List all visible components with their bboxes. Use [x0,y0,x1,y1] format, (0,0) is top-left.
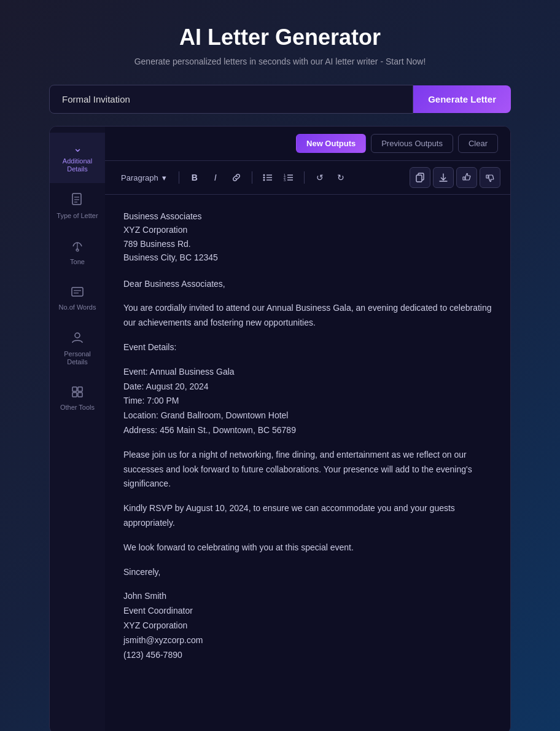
sidebar-item-other-tools[interactable]: Other Tools [50,376,105,421]
thumbs-up-button[interactable] [456,167,477,188]
event-address: Address: 456 Main St., Downtown, BC 5678… [123,423,492,438]
address-line4: Business City, BC 12345 [123,251,492,264]
address-block: Business Associates XYZ Corporation 789 … [123,209,492,265]
svg-text:3.: 3. [284,178,286,182]
tab-bar: New Outputs Previous Outputs Clear [105,127,510,161]
tab-new-outputs[interactable]: New Outputs [296,134,366,153]
sender-email: jsmith@xyzcorp.com [123,633,492,648]
words-icon [71,286,84,300]
address-line1: Business Associates [123,209,492,223]
svg-point-16 [263,177,265,179]
toolbar-divider [179,171,179,184]
svg-point-14 [263,174,265,176]
link-button[interactable] [227,168,246,187]
file-icon [71,193,84,208]
editor-toolbar: Paragraph ▾ B I [105,161,510,195]
sender-phone: (123) 456-7890 [123,648,492,663]
sidebar-item-tone[interactable]: Tone [50,230,105,276]
svg-rect-27 [416,175,422,182]
svg-rect-30 [463,177,465,180]
svg-rect-11 [78,387,82,391]
letter-signoff: Sincerely, [123,565,492,580]
tone-icon [71,240,84,254]
search-input[interactable] [49,85,413,114]
svg-point-18 [263,179,265,181]
page-title: AI Letter Generator [12,25,548,50]
sidebar-item-personal-details[interactable]: Personal Details [50,321,105,376]
letter-closing-line: We look forward to celebrating with you … [123,541,492,555]
person-icon [71,331,84,346]
paragraph-label: Paragraph [121,173,158,182]
dropdown-arrow-icon: ▾ [162,173,166,182]
thumbs-down-button[interactable] [480,167,500,188]
event-time: Time: 7:00 PM [123,394,492,408]
svg-rect-13 [78,393,82,397]
sidebar-label: Type of Letter [56,212,98,220]
bold-button[interactable]: B [185,168,204,187]
event-details-block: Event: Annual Business Gala Date: August… [123,365,492,438]
toolbar-divider-3 [304,171,305,184]
sidebar-label: Additional Details [55,157,100,173]
sidebar-item-no-of-words[interactable]: No.of Words [50,276,105,321]
content-area: New Outputs Previous Outputs Clear Parag… [105,127,510,731]
sidebar-label: Other Tools [60,404,95,412]
svg-point-9 [75,333,80,338]
address-line3: 789 Business Rd. [123,237,492,251]
tab-previous-outputs[interactable]: Previous Outputs [371,134,453,153]
tab-clear[interactable]: Clear [458,134,498,153]
toolbar-divider-2 [252,171,252,184]
copy-button[interactable] [410,167,430,188]
download-button[interactable] [433,167,454,188]
paragraph-select[interactable]: Paragraph ▾ [115,170,173,186]
event-location: Location: Grand Ballroom, Downtown Hotel [123,408,492,423]
svg-rect-12 [72,393,77,397]
undo-button[interactable]: ↺ [311,168,329,187]
sidebar-label: Tone [70,258,85,266]
sender-company: XYZ Corporation [123,619,492,633]
sidebar-item-type-of-letter[interactable]: Type of Letter [50,183,105,230]
sender-block: John Smith Event Coordinator XYZ Corpora… [123,589,492,662]
sidebar-label: Personal Details [55,350,100,366]
generate-button[interactable]: Generate Letter [413,85,511,113]
tools-icon [71,386,84,400]
letter-body2: Please join us for a night of networking… [123,448,492,491]
sidebar-label: No.of Words [59,303,96,311]
sidebar: ⌄ Additional Details Type of Letter [50,127,105,731]
svg-rect-0 [72,194,81,205]
bullet-list-button[interactable] [259,168,277,187]
letter-greeting: Dear Business Associates, [123,277,492,292]
sender-title: Event Coordinator [123,604,492,619]
address-line2: XYZ Corporation [123,223,492,237]
event-date: Date: August 20, 2024 [123,380,492,394]
svg-rect-10 [72,387,77,391]
chevron-down-icon: ⌄ [73,143,82,154]
italic-button[interactable]: I [206,168,225,187]
letter-body1: You are cordially invited to attend our … [123,301,492,330]
sidebar-item-additional-details[interactable]: ⌄ Additional Details [50,133,105,183]
ordered-list-button[interactable]: 1. 2. 3. [279,168,298,187]
letter-event-heading: Event Details: [123,340,492,355]
letter-content[interactable]: Business Associates XYZ Corporation 789 … [105,195,510,731]
redo-button[interactable]: ↻ [332,168,350,187]
svg-rect-31 [486,175,488,178]
svg-rect-6 [72,287,83,296]
sender-name: John Smith [123,589,492,604]
page-subtitle: Generate personalized letters in seconds… [12,57,548,66]
toolbar-right-actions [410,167,500,188]
event-name: Event: Annual Business Gala [123,365,492,380]
letter-body3: Kindly RSVP by August 10, 2024, to ensur… [123,501,492,531]
